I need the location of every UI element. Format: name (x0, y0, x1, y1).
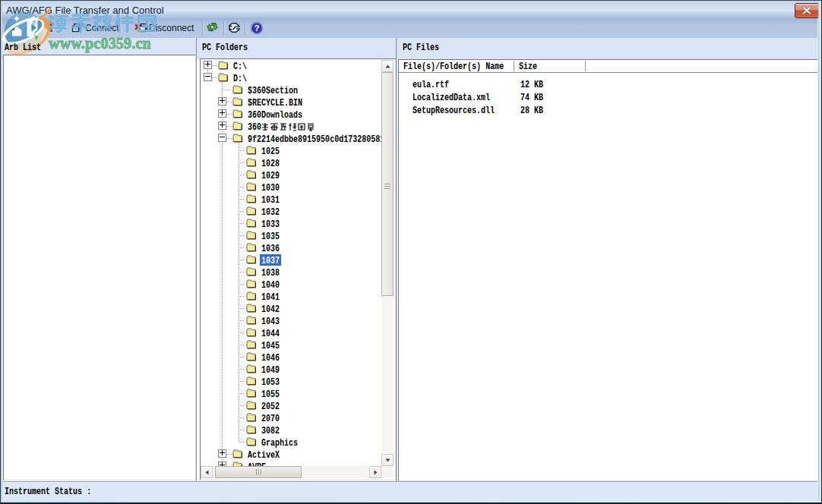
svg-text:?: ? (254, 24, 259, 33)
